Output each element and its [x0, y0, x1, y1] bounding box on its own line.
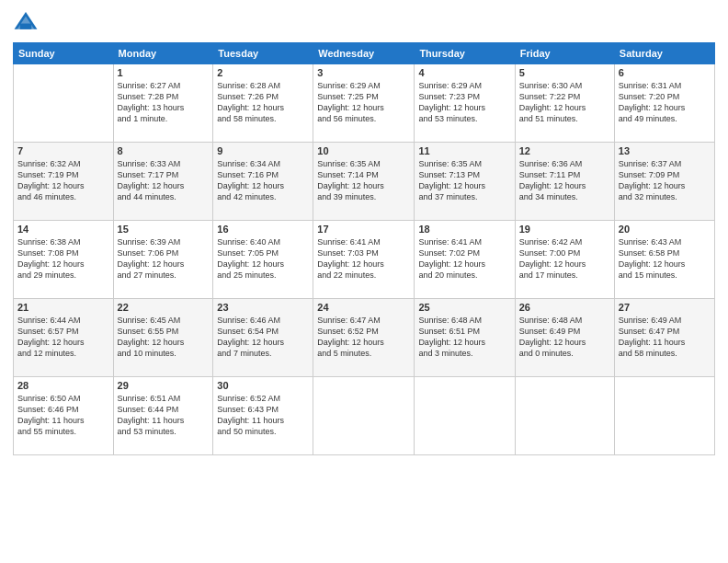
day-detail: Sunrise: 6:41 AM Sunset: 7:02 PM Dayligh… [418, 236, 510, 282]
day-detail: Sunrise: 6:39 AM Sunset: 7:06 PM Dayligh… [118, 236, 210, 282]
day-cell: 8Sunrise: 6:33 AM Sunset: 7:17 PM Daylig… [113, 143, 213, 221]
day-detail: Sunrise: 6:46 AM Sunset: 6:54 PM Dayligh… [217, 315, 309, 360]
header [13, 9, 715, 35]
week-row-1: 7Sunrise: 6:32 AM Sunset: 7:19 PM Daylig… [14, 143, 715, 221]
day-number: 6 [619, 67, 711, 78]
day-number: 14 [17, 224, 109, 235]
day-cell: 21Sunrise: 6:44 AM Sunset: 6:57 PM Dayli… [14, 299, 114, 377]
day-detail: Sunrise: 6:50 AM Sunset: 6:46 PM Dayligh… [17, 393, 109, 438]
day-number: 21 [17, 302, 109, 313]
day-cell: 9Sunrise: 6:34 AM Sunset: 7:16 PM Daylig… [213, 143, 313, 221]
day-detail: Sunrise: 6:37 AM Sunset: 7:09 PM Dayligh… [619, 158, 711, 203]
day-detail: Sunrise: 6:51 AM Sunset: 6:44 PM Dayligh… [118, 393, 210, 438]
day-number: 4 [418, 67, 510, 78]
day-detail: Sunrise: 6:41 AM Sunset: 7:03 PM Dayligh… [317, 236, 410, 282]
day-detail: Sunrise: 6:49 AM Sunset: 6:47 PM Dayligh… [619, 315, 711, 360]
day-detail: Sunrise: 6:31 AM Sunset: 7:20 PM Dayligh… [619, 80, 711, 125]
svg-rect-2 [20, 24, 31, 29]
day-cell: 6Sunrise: 6:31 AM Sunset: 7:20 PM Daylig… [614, 64, 714, 143]
day-detail: Sunrise: 6:36 AM Sunset: 7:11 PM Dayligh… [519, 158, 610, 203]
day-detail: Sunrise: 6:43 AM Sunset: 6:58 PM Dayligh… [619, 236, 711, 282]
day-detail: Sunrise: 6:30 AM Sunset: 7:22 PM Dayligh… [519, 80, 610, 125]
day-cell [14, 64, 114, 143]
day-cell: 25Sunrise: 6:48 AM Sunset: 6:51 PM Dayli… [415, 299, 515, 377]
day-detail: Sunrise: 6:27 AM Sunset: 7:28 PM Dayligh… [118, 80, 210, 125]
col-header-saturday: Saturday [614, 43, 714, 64]
day-cell: 27Sunrise: 6:49 AM Sunset: 6:47 PM Dayli… [614, 299, 714, 377]
col-header-thursday: Thursday [415, 43, 515, 64]
day-cell: 10Sunrise: 6:35 AM Sunset: 7:14 PM Dayli… [313, 143, 415, 221]
day-cell: 26Sunrise: 6:48 AM Sunset: 6:49 PM Dayli… [515, 299, 614, 377]
day-cell: 11Sunrise: 6:35 AM Sunset: 7:13 PM Dayli… [415, 143, 515, 221]
day-cell: 29Sunrise: 6:51 AM Sunset: 6:44 PM Dayli… [113, 377, 213, 455]
day-cell: 7Sunrise: 6:32 AM Sunset: 7:19 PM Daylig… [14, 143, 114, 221]
day-number: 10 [317, 145, 410, 156]
day-cell [515, 377, 614, 455]
day-number: 27 [619, 302, 711, 313]
day-number: 7 [17, 145, 109, 156]
logo [13, 9, 42, 35]
day-cell: 15Sunrise: 6:39 AM Sunset: 7:06 PM Dayli… [113, 221, 213, 299]
day-number: 3 [317, 67, 410, 78]
calendar-table: SundayMondayTuesdayWednesdayThursdayFrid… [13, 42, 715, 455]
col-header-sunday: Sunday [14, 43, 114, 64]
day-number: 8 [118, 145, 210, 156]
day-detail: Sunrise: 6:35 AM Sunset: 7:14 PM Dayligh… [317, 158, 410, 203]
day-cell: 20Sunrise: 6:43 AM Sunset: 6:58 PM Dayli… [614, 221, 714, 299]
day-number: 12 [519, 145, 610, 156]
day-detail: Sunrise: 6:33 AM Sunset: 7:17 PM Dayligh… [118, 158, 210, 203]
week-row-2: 14Sunrise: 6:38 AM Sunset: 7:08 PM Dayli… [14, 221, 715, 299]
day-number: 2 [217, 67, 309, 78]
day-number: 22 [118, 302, 210, 313]
day-detail: Sunrise: 6:29 AM Sunset: 7:23 PM Dayligh… [418, 80, 510, 125]
day-detail: Sunrise: 6:32 AM Sunset: 7:19 PM Dayligh… [17, 158, 109, 203]
day-detail: Sunrise: 6:44 AM Sunset: 6:57 PM Dayligh… [17, 315, 109, 360]
day-number: 13 [619, 145, 711, 156]
day-number: 15 [118, 224, 210, 235]
day-detail: Sunrise: 6:52 AM Sunset: 6:43 PM Dayligh… [217, 393, 309, 438]
col-header-tuesday: Tuesday [213, 43, 313, 64]
day-cell: 24Sunrise: 6:47 AM Sunset: 6:52 PM Dayli… [313, 299, 415, 377]
day-cell [614, 377, 714, 455]
day-cell: 14Sunrise: 6:38 AM Sunset: 7:08 PM Dayli… [14, 221, 114, 299]
day-cell: 13Sunrise: 6:37 AM Sunset: 7:09 PM Dayli… [614, 143, 714, 221]
day-cell [415, 377, 515, 455]
day-cell: 3Sunrise: 6:29 AM Sunset: 7:25 PM Daylig… [313, 64, 415, 143]
day-detail: Sunrise: 6:40 AM Sunset: 7:05 PM Dayligh… [217, 236, 309, 282]
day-cell: 17Sunrise: 6:41 AM Sunset: 7:03 PM Dayli… [313, 221, 415, 299]
day-cell: 12Sunrise: 6:36 AM Sunset: 7:11 PM Dayli… [515, 143, 614, 221]
day-detail: Sunrise: 6:48 AM Sunset: 6:49 PM Dayligh… [519, 315, 610, 360]
day-cell: 18Sunrise: 6:41 AM Sunset: 7:02 PM Dayli… [415, 221, 515, 299]
week-row-3: 21Sunrise: 6:44 AM Sunset: 6:57 PM Dayli… [14, 299, 715, 377]
day-detail: Sunrise: 6:28 AM Sunset: 7:26 PM Dayligh… [217, 80, 309, 125]
day-number: 25 [418, 302, 510, 313]
day-detail: Sunrise: 6:45 AM Sunset: 6:55 PM Dayligh… [118, 315, 210, 360]
day-number: 30 [217, 380, 309, 391]
day-detail: Sunrise: 6:35 AM Sunset: 7:13 PM Dayligh… [418, 158, 510, 203]
day-number: 24 [317, 302, 410, 313]
day-cell: 5Sunrise: 6:30 AM Sunset: 7:22 PM Daylig… [515, 64, 614, 143]
day-cell: 19Sunrise: 6:42 AM Sunset: 7:00 PM Dayli… [515, 221, 614, 299]
col-header-monday: Monday [113, 43, 213, 64]
day-number: 16 [217, 224, 309, 235]
day-detail: Sunrise: 6:38 AM Sunset: 7:08 PM Dayligh… [17, 236, 109, 282]
col-header-wednesday: Wednesday [313, 43, 415, 64]
day-number: 29 [118, 380, 210, 391]
day-number: 1 [118, 67, 210, 78]
day-number: 28 [17, 380, 109, 391]
calendar-page: SundayMondayTuesdayWednesdayThursdayFrid… [0, 0, 728, 563]
day-number: 19 [519, 224, 610, 235]
day-cell: 1Sunrise: 6:27 AM Sunset: 7:28 PM Daylig… [113, 64, 213, 143]
day-cell: 16Sunrise: 6:40 AM Sunset: 7:05 PM Dayli… [213, 221, 313, 299]
day-detail: Sunrise: 6:48 AM Sunset: 6:51 PM Dayligh… [418, 315, 510, 360]
day-number: 26 [519, 302, 610, 313]
header-row: SundayMondayTuesdayWednesdayThursdayFrid… [14, 43, 715, 64]
day-detail: Sunrise: 6:42 AM Sunset: 7:00 PM Dayligh… [519, 236, 610, 282]
day-cell: 2Sunrise: 6:28 AM Sunset: 7:26 PM Daylig… [213, 64, 313, 143]
day-cell: 22Sunrise: 6:45 AM Sunset: 6:55 PM Dayli… [113, 299, 213, 377]
day-detail: Sunrise: 6:47 AM Sunset: 6:52 PM Dayligh… [317, 315, 410, 360]
day-cell: 23Sunrise: 6:46 AM Sunset: 6:54 PM Dayli… [213, 299, 313, 377]
day-cell [313, 377, 415, 455]
day-number: 5 [519, 67, 610, 78]
day-cell: 4Sunrise: 6:29 AM Sunset: 7:23 PM Daylig… [415, 64, 515, 143]
